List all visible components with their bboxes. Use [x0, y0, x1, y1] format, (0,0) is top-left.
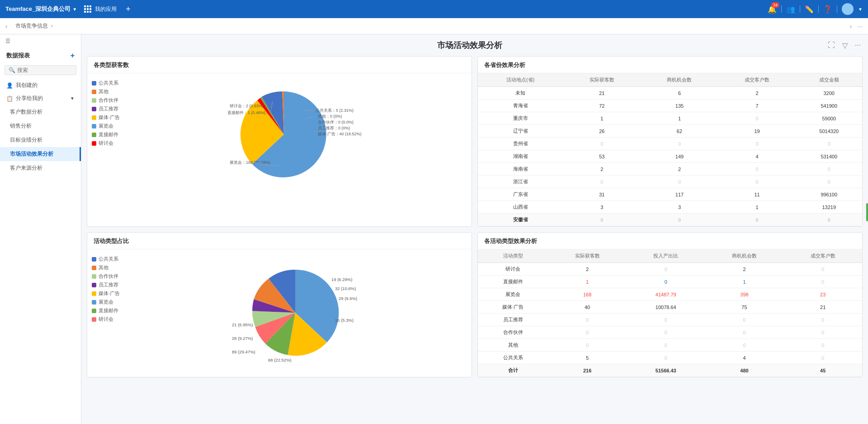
avatar[interactable]	[842, 3, 854, 15]
table-cell: 45	[783, 364, 862, 377]
table-cell: 山西省	[478, 201, 563, 214]
tab-tab-competition[interactable]: 市场竞争信息×	[10, 20, 64, 33]
table-row: 青海省721357541900	[478, 100, 862, 112]
legend-item: 直接邮件	[92, 307, 123, 314]
help-icon[interactable]: ❓	[823, 5, 832, 14]
table-cell: 员工推荐	[478, 314, 548, 326]
legend-item: 研讨会	[92, 316, 123, 323]
sidebar: ☰ 数据报表 + 🔍 👤 我创建的 📋 分享给我的 ▼ 客户数据分析销售分析目标…	[0, 34, 81, 424]
table-row: 员工推荐0000	[478, 314, 862, 326]
table-cell: 0	[783, 314, 862, 326]
legend-item: 合作伙伴	[92, 97, 123, 104]
table-row: 山西省33113219	[478, 201, 862, 214]
table-row: 辽宁省2662195014320	[478, 125, 862, 138]
table-cell: 0	[705, 314, 784, 326]
table-cell: 0	[641, 176, 718, 188]
fullscreen-button[interactable]: ⛶	[826, 40, 837, 50]
label-exhibition: 展览会：168 (77.78%)	[230, 160, 270, 165]
table-cell: 2	[718, 87, 796, 100]
table-cell: 0	[718, 112, 796, 125]
table-cell: 216	[548, 364, 627, 377]
expand-icon: ▼	[70, 96, 75, 101]
sidebar-add-button[interactable]: +	[71, 52, 75, 60]
legend-color	[92, 291, 96, 296]
table-header: 实际获客数	[548, 249, 627, 263]
page-actions: ⛶ ▽ ···	[826, 40, 863, 51]
legend-item: 媒体·广告	[92, 114, 123, 121]
legend-label: 其他	[99, 264, 108, 271]
table-cell: 2	[563, 163, 641, 176]
table-cell: 1	[548, 276, 627, 288]
table-header: 活动类型	[478, 249, 548, 263]
sidebar-my-created[interactable]: 👤 我创建的	[0, 79, 81, 92]
sidebar-toggle[interactable]: ☰	[0, 34, 81, 48]
table-cell: 0	[718, 163, 796, 176]
sidebar-search-box[interactable]: 🔍	[5, 65, 76, 75]
table-cell: 75	[705, 301, 784, 314]
tab-more-button[interactable]: ···	[855, 22, 864, 31]
table-cell: 53	[563, 150, 641, 163]
table-row: 研讨会2020	[478, 263, 862, 276]
brand-dropdown-icon[interactable]: ▼	[72, 7, 77, 12]
table-cell: 0	[627, 352, 705, 364]
legend-color	[92, 257, 96, 262]
table-header: 商机机会数	[705, 249, 784, 263]
table-cell: 21	[563, 87, 641, 100]
legend-color	[92, 133, 96, 137]
sidebar-item-target-kpi[interactable]: 目标业绩分析	[0, 133, 81, 147]
chart2-pie-group	[252, 270, 339, 356]
table-cell: 0	[563, 214, 641, 226]
table-cell: 6	[641, 87, 718, 100]
legend-color	[92, 309, 96, 313]
share-icon: 📋	[6, 95, 13, 102]
table-cell: 996100	[796, 188, 862, 201]
divider-2	[800, 5, 800, 13]
table1-wrapper: 活动地点(省)实际获客数商机机会数成交客户数成交金额未知21623200青海省7…	[478, 73, 862, 226]
apps-menu[interactable]: 我的应用	[80, 5, 120, 13]
legend-item: 其他	[92, 264, 123, 271]
sidebar-item-sales-analysis[interactable]: 销售分析	[0, 119, 81, 133]
edit-icon[interactable]: ✏️	[805, 5, 814, 14]
table-cell: 未知	[478, 87, 563, 100]
table-cell: 研讨会	[478, 263, 548, 276]
filter-button[interactable]: ▽	[840, 40, 849, 51]
sidebar-shared-with-me[interactable]: 📋 分享给我的 ▼	[0, 92, 81, 105]
sidebar-item-customer-data[interactable]: 客户数据分析	[0, 105, 81, 119]
search-input[interactable]	[17, 67, 72, 73]
legend-color	[92, 81, 96, 86]
table-cell: 72	[563, 100, 641, 112]
tab-next-button[interactable]: ›	[848, 22, 854, 31]
legend-item: 员工推荐	[92, 281, 123, 288]
sidebar-item-market-effect[interactable]: 市场活动效果分析	[0, 147, 81, 161]
apps-label: 我的应用	[95, 5, 117, 13]
table-row: 未知21623200	[478, 87, 862, 100]
table-cell: 541900	[796, 100, 862, 112]
table-cell: 0	[705, 339, 784, 352]
chart2-container: 公共关系 其他 合作伙伴 员工推荐 媒体·广告 展览会 直接邮件 研讨会	[87, 249, 472, 376]
divider-1	[781, 5, 782, 13]
contacts-icon[interactable]: 👥	[786, 5, 795, 14]
table-cell: 0	[548, 314, 627, 326]
table-cell: 41487.79	[627, 288, 705, 301]
user-dropdown[interactable]: ▼	[858, 7, 863, 12]
legend-color	[92, 115, 96, 120]
tab-prev-button[interactable]: ‹	[4, 22, 9, 31]
sidebar-item-customer-source[interactable]: 客户来源分析	[0, 161, 81, 175]
more-button[interactable]: ···	[853, 40, 863, 50]
table-cell: 0	[783, 352, 862, 364]
table-cell: 海南省	[478, 163, 563, 176]
page-title-bar: 市场活动效果分析 ⛶ ▽ ···	[87, 40, 863, 51]
tab-close-tab-competition[interactable]: ×	[51, 24, 53, 29]
notification-bell[interactable]: 🔔 34	[768, 5, 777, 14]
chart1-container: 公共关系 其他 合作伙伴 员工推荐 媒体·广告 展览会 直接邮件 研讨会	[87, 73, 472, 195]
add-app-button[interactable]: +	[124, 5, 132, 14]
legend-label: 合作伙伴	[99, 273, 118, 280]
table-cell: 117	[641, 188, 718, 201]
table-cell: 10078.64	[627, 301, 705, 314]
brand[interactable]: Teamface_深圳企典公司 ▼	[5, 5, 77, 13]
legend-label: 媒体·广告	[99, 114, 120, 121]
table-cell: 媒体·广告	[478, 301, 548, 314]
table-cell: 浙江省	[478, 176, 563, 188]
table-cell: 0	[718, 138, 796, 150]
panel-activity-type-chart: 活动类型占比 公共关系 其他 合作伙伴 员工推荐 媒体·广告 展览会	[87, 232, 472, 377]
